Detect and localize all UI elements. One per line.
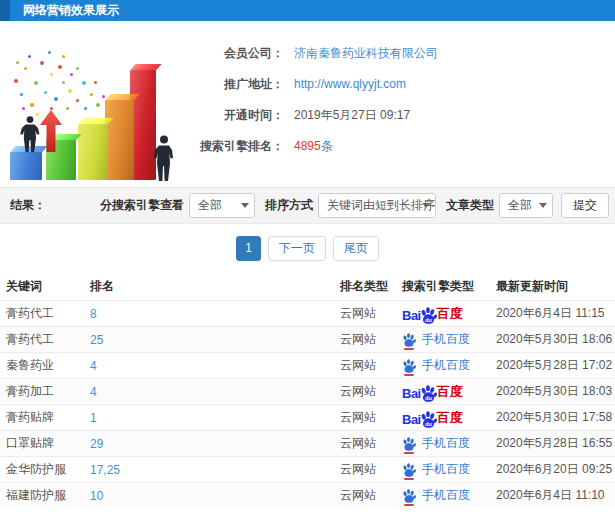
keyword-cell: 金华防护服 [6,461,90,478]
baidu-mobile-logo: 手机百度 [402,435,496,452]
rank-type-cell: 云网站 [340,409,402,426]
baidu-mobile-logo: 手机百度 [402,461,496,478]
member-info: 会员公司： 济南秦鲁药业科技有限公司 推广地址： http://www.qlyy… [188,33,438,181]
open-time-value: 2019年5月27日 09:17 [294,107,410,124]
rank-type-cell: 云网站 [340,487,402,504]
baidu-paw-icon [402,333,416,347]
rank-link[interactable]: 29 [90,437,340,451]
col-keyword: 关键词 [6,278,90,295]
paw-underline [404,504,414,506]
confetti-dot [22,107,25,110]
chart-bar-orange [105,100,134,180]
info-row-url: 推广地址： http://www.qlyyjt.com [188,72,438,96]
page-button-current[interactable]: 1 [236,236,261,261]
red-arrow-icon [40,110,62,152]
table-row: 秦鲁药业4云网站手机百度2020年5月28日 17:02 [0,352,615,378]
confetti-dot [24,67,27,70]
baidu-logo-cn-text: 百度 [437,383,463,401]
confetti-dot [34,81,38,85]
mobile-baidu-text: 手机百度 [422,357,470,374]
rank-link[interactable]: 4 [90,385,340,399]
table-row: 金华防护服17,25云网站手机百度2020年6月20日 09:25 [0,456,615,482]
rank-type-cell: 云网站 [340,435,402,452]
col-rank-type: 排名类型 [340,278,402,295]
table-row: 膏药代工25云网站手机百度2020年5月30日 18:06 [0,326,615,352]
confetti-dot [28,55,31,58]
type-filter-value: 全部 [508,197,532,214]
mobile-baidu-text: 手机百度 [422,487,470,504]
updated-time-cell: 2020年5月28日 17:02 [496,357,615,374]
keyword-cell: 口罩贴牌 [6,435,90,452]
promo-url-link[interactable]: http://www.qlyyjt.com [294,77,406,91]
updated-time-cell: 2020年6月4日 11:10 [496,487,615,504]
rank-type-cell: 云网站 [340,461,402,478]
rank-count-unit: 条 [321,139,333,153]
confetti-dot [102,95,105,98]
rank-link[interactable]: 8 [90,307,340,321]
updated-time-cell: 2020年6月20日 09:25 [496,461,615,478]
info-section: 会员公司： 济南秦鲁药业科技有限公司 推广地址： http://www.qlyy… [0,21,615,187]
keyword-cell: 膏药贴牌 [6,409,90,426]
rank-link[interactable]: 17,25 [90,463,340,477]
col-rank: 排名 [90,278,340,295]
rank-link[interactable]: 10 [90,489,340,503]
submit-button[interactable]: 提交 [561,193,609,218]
growth-chart-image [4,33,174,183]
table-row: 膏药贴牌1云网站Baidu百度2020年5月30日 17:58 [0,404,615,430]
mobile-baidu-text: 手机百度 [422,461,470,478]
last-page-button[interactable]: 尾页 [333,236,379,261]
rank-type-cell: 云网站 [340,383,402,400]
rank-link[interactable]: 4 [90,359,340,373]
next-page-button[interactable]: 下一页 [268,236,326,261]
sort-filter-select[interactable]: 关键词由短到长排序 [318,193,436,218]
result-label: 结果： [10,197,46,214]
baidu-logo-cn-text: 百度 [437,409,463,427]
baidu-paw-icon [402,463,416,477]
rank-type-cell: 云网站 [340,305,402,322]
baidu-pc-logo: Baidu百度 [402,409,496,427]
rank-count-value: 4895条 [294,138,333,155]
baidu-paw-icon [402,489,416,503]
ranking-table: 关键词 排名 排名类型 搜索引擎类型 最新更新时间 膏药代工8云网站Baidu百… [0,272,615,508]
confetti-dot [96,103,100,107]
filter-bar: 结果： 分搜索引擎查看 全部 排序方式 关键词由短到长排序 文章类型 全部 提交 [0,187,615,224]
title-bar: 网络营销效果展示 [0,0,615,21]
updated-time-cell: 2020年5月30日 18:06 [496,331,615,348]
paw-underline [404,478,414,480]
confetti-dot [58,65,62,69]
type-filter-select[interactable]: 全部 [499,193,553,218]
baidu-paw-icon: du [420,411,437,428]
chart-bar-blue [10,152,42,180]
confetti-dot [84,107,87,110]
table-body: 膏药代工8云网站Baidu百度2020年6月4日 11:15膏药代工25云网站手… [0,300,615,508]
pagination: 1 下一页 尾页 [0,224,615,272]
sort-filter-value: 关键词由短到长排序 [327,197,435,214]
confetti-dot [50,73,53,76]
rank-link[interactable]: 25 [90,333,340,347]
confetti-dot [54,97,58,101]
confetti-dot [48,51,51,54]
svg-text:du: du [425,316,433,322]
mobile-baidu-text: 手机百度 [422,331,470,348]
keyword-cell: 膏药代工 [6,305,90,322]
col-engine-type: 搜索引擎类型 [402,278,496,295]
paw-underline [404,374,414,376]
baidu-logo-cn-text: 百度 [437,305,463,323]
svg-text:du: du [425,420,433,426]
chevron-down-icon [422,203,430,208]
paw-underline [404,348,414,350]
confetti-dot [44,91,47,94]
keyword-cell: 膏药代工 [6,331,90,348]
engine-filter-select[interactable]: 全部 [189,193,255,218]
baidu-mobile-logo: 手机百度 [402,331,496,348]
company-label: 会员公司： [188,45,284,62]
rank-link[interactable]: 1 [90,411,340,425]
confetti-dot [66,107,69,110]
promo-url-label: 推广地址： [188,76,284,93]
company-link[interactable]: 济南秦鲁药业科技有限公司 [294,45,438,62]
rank-type-cell: 云网站 [340,331,402,348]
confetti-dot [76,99,79,102]
engine-filter-value: 全部 [198,197,222,214]
baidu-logo-text: Bai [402,386,421,401]
svg-text:du: du [425,394,433,400]
